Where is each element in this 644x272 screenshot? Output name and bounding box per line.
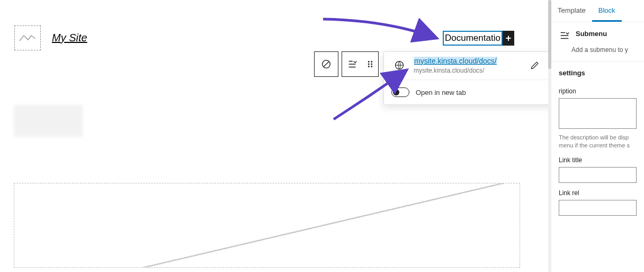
svg-point-2 xyxy=(368,61,370,63)
no-icon xyxy=(320,58,332,70)
tab-template[interactable]: Template xyxy=(551,0,592,22)
add-submenu-button[interactable]: + xyxy=(503,31,514,46)
link-title-label: Link title xyxy=(559,156,637,164)
svg-point-3 xyxy=(371,61,372,63)
settings-sidebar: Template Block Submenu Add a submenu to … xyxy=(551,0,644,272)
svg-point-5 xyxy=(371,64,372,65)
block-type-button[interactable] xyxy=(315,52,338,76)
block-description: Add a submenu to y xyxy=(551,46,644,61)
block-toolbar xyxy=(314,51,379,77)
content-placeholder[interactable] xyxy=(14,183,520,268)
block-name: Submenu xyxy=(576,30,607,38)
settings-panel-header[interactable]: settings xyxy=(551,61,644,81)
link-breadcrumb: mysite.kinsta.cloud/docs/ xyxy=(414,67,521,74)
link-title-input[interactable] xyxy=(559,167,637,183)
sidebar-scrollbar[interactable] xyxy=(548,0,551,272)
site-logo-placeholder[interactable] xyxy=(14,25,41,50)
description-help: The description will be disp menu if the… xyxy=(559,134,637,150)
link-url[interactable]: mysite.kinsta.cloud/docs/ xyxy=(414,57,497,65)
edit-link-button[interactable] xyxy=(527,57,543,73)
submenu-icon xyxy=(346,58,358,70)
submenu-block-icon xyxy=(559,30,570,43)
globe-icon xyxy=(391,57,407,73)
nav-menu-item[interactable]: Documentatio + xyxy=(443,31,514,46)
open-new-tab-label: Open in new tab xyxy=(416,89,466,96)
open-new-tab-toggle[interactable] xyxy=(391,87,409,97)
link-rel-input[interactable] xyxy=(559,200,637,216)
link-popover: mysite.kinsta.cloud/docs/ mysite.kinsta.… xyxy=(383,51,573,105)
blurred-block xyxy=(14,105,83,137)
editor-canvas: My Site Documentatio + xyxy=(0,0,551,272)
svg-point-4 xyxy=(368,64,370,65)
svg-line-1 xyxy=(324,62,328,66)
chart-line-icon xyxy=(19,32,37,44)
pencil-icon xyxy=(530,60,540,71)
drag-handle[interactable] xyxy=(362,52,378,76)
svg-point-7 xyxy=(371,66,372,67)
tab-block[interactable]: Block xyxy=(592,0,622,22)
description-textarea[interactable] xyxy=(559,98,637,129)
submenu-toolbar-button[interactable] xyxy=(342,52,362,76)
site-title[interactable]: My Site xyxy=(52,32,87,44)
svg-point-6 xyxy=(368,66,370,67)
drag-icon xyxy=(364,58,376,70)
link-rel-label: Link rel xyxy=(559,189,637,197)
nav-menu-item-label[interactable]: Documentatio xyxy=(443,31,503,46)
annotation-arrow-1 xyxy=(318,15,445,47)
description-field-label: ription xyxy=(559,87,637,95)
